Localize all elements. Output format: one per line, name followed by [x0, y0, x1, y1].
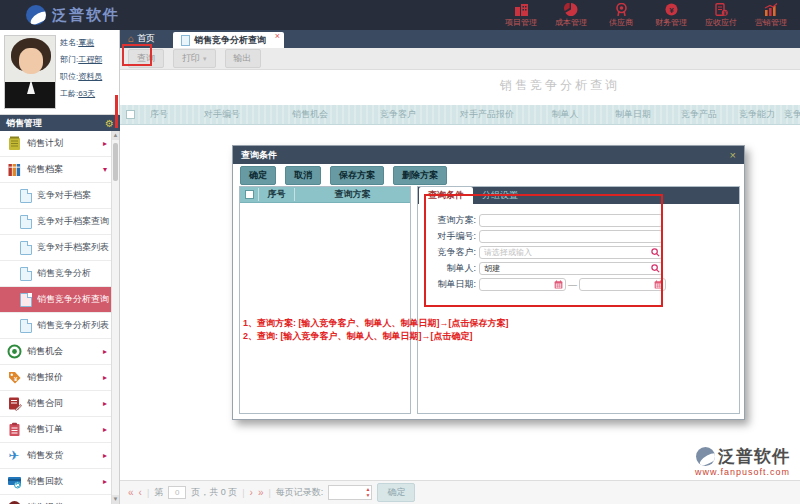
annotation-line: 2、查询: [输入竞争客户、制单人、制单日期]→[点击确定] [243, 330, 509, 343]
cancel-button[interactable]: 取消 [285, 166, 321, 185]
document-icon [20, 215, 32, 229]
search-icon[interactable] [651, 248, 660, 257]
document-icon [20, 319, 32, 333]
tab-group-setting[interactable]: 分组设置 [473, 187, 527, 204]
pagination-bar: « ‹ | 第 页，共 0 页 | › » | 每页记录数: ▲▼ 确定 [120, 480, 800, 504]
date-range-dash: — [568, 280, 577, 290]
competitor-number-input[interactable] [479, 230, 663, 243]
top-menu-project[interactable]: 项目管理 [498, 3, 544, 28]
sidebar-item-sales-archive[interactable]: 销售档案 ▾ [0, 157, 119, 183]
next-page-icon[interactable]: › [250, 487, 253, 498]
query-condition-panel: 查询条件 分组设置 查询方案: 对手编号: 竞争客户: 制单人: [417, 186, 740, 414]
spinner-icons[interactable]: ▲▼ [365, 486, 370, 498]
query-button[interactable]: 查询 [128, 49, 164, 68]
annotation-notes: 1、查询方案: [输入竞争客户、制单人、制单日期]→[点击保存方案] 2、查询:… [243, 317, 509, 343]
condition-tabs: 查询条件 分组设置 [418, 187, 739, 204]
sidebar-item-sales-return[interactable]: 销售退货 ▸ [0, 495, 119, 504]
column-header: 竞争客户 [354, 108, 442, 121]
sidebar-item-sales-quote[interactable]: ¥ 销售报价 ▸ [0, 365, 119, 391]
save-plan-button[interactable]: 保存方案 [330, 166, 384, 185]
scroll-down-icon[interactable]: ▼ [112, 495, 119, 504]
sidebar-menu: 销售计划 ▸ 销售档案 ▾ 竞争对手档案 竞争对手档案查询 竞争对手档案列表 销… [0, 131, 120, 504]
column-header: 制单人 [532, 108, 598, 121]
return-circle-icon [6, 500, 22, 504]
creator-input[interactable] [479, 262, 663, 275]
logo-swirl-icon [26, 5, 46, 25]
arrow-right-icon: ▸ [103, 347, 107, 356]
arrow-right-icon: ▸ [103, 399, 107, 408]
sidebar-item-sales-shipping[interactable]: ✈ 销售发货 ▸ [0, 443, 119, 469]
user-tenure: 工龄:63天 [60, 88, 102, 99]
print-button[interactable]: 打印▾ [173, 49, 216, 68]
column-header: 序号 [140, 108, 178, 121]
top-menu-cost[interactable]: 成本管理 [548, 3, 594, 28]
sidebar-item-competitor-archive[interactable]: 竞争对手档案 [0, 183, 119, 209]
arrow-right-icon: ▸ [103, 139, 107, 148]
sidebar-scrollbar[interactable]: ▲ ▼ [111, 131, 119, 504]
chart-growth-icon [764, 3, 778, 16]
competitor-customer-input[interactable] [479, 246, 663, 259]
date-to-input[interactable] [579, 278, 666, 291]
column-header: 竞争能力 [730, 108, 784, 121]
query-plan-input[interactable] [479, 214, 663, 227]
home-icon: ⌂ [128, 34, 134, 44]
last-page-icon[interactable]: » [258, 487, 264, 498]
document-icon [20, 293, 32, 307]
calendar-icon[interactable] [654, 280, 663, 289]
dialog-button-bar: 确定 取消 保存方案 删除方案 [233, 164, 744, 186]
tab-query-condition[interactable]: 查询条件 [419, 187, 473, 204]
tab-home[interactable]: ⌂ 首页 [120, 32, 163, 48]
dialog-header[interactable]: 查询条件 × [233, 146, 744, 164]
gear-icon[interactable]: ⚙ [105, 118, 114, 129]
clipboard-icon [6, 422, 22, 438]
svg-text:¥: ¥ [723, 9, 726, 15]
chevron-down-icon: ▾ [203, 55, 207, 63]
sidebar-item-competitor-archive-list[interactable]: 竞争对手档案列表 [0, 235, 119, 261]
pie-chart-icon [564, 3, 578, 16]
notebook-icon [6, 136, 22, 152]
ok-button[interactable]: 确定 [240, 166, 276, 185]
page-number-input[interactable] [168, 486, 186, 499]
document-icon [20, 241, 32, 255]
delete-plan-button[interactable]: 删除方案 [393, 166, 447, 185]
date-from-input[interactable] [479, 278, 566, 291]
page-total-label: 页，共 0 页 [191, 486, 237, 499]
close-icon[interactable]: × [275, 32, 280, 41]
sidebar-item-sales-opportunity[interactable]: 销售机会 ▸ [0, 339, 119, 365]
scrollbar-thumb[interactable] [113, 143, 118, 181]
sidebar-item-sales-order[interactable]: 销售订单 ▸ [0, 417, 119, 443]
column-header: 序号 [258, 188, 294, 201]
top-menu-supplier[interactable]: 供应商 [598, 3, 644, 28]
sidebar-item-sales-plan[interactable]: 销售计划 ▸ [0, 131, 119, 157]
sidebar-item-sales-competition-analysis-query[interactable]: 销售竞争分析查询 [0, 287, 119, 313]
top-menu-finance[interactable]: ¥ 财务管理 [648, 3, 694, 28]
scroll-up-icon[interactable]: ▲ [112, 131, 119, 140]
tab-sales-competition-analysis-query[interactable]: 销售竞争分析查询 × [173, 32, 284, 48]
top-menu-payable[interactable]: ¥ 应收应付 [698, 3, 744, 28]
per-page-label: 每页记录数: [276, 486, 324, 499]
search-icon[interactable] [651, 264, 660, 273]
sidebar-item-sales-competition-analysis[interactable]: 销售竞争分析 [0, 261, 119, 287]
prev-page-icon[interactable]: ‹ [139, 487, 142, 498]
select-all-checkbox[interactable] [126, 110, 135, 119]
footer-url: www.fanpusoft.com [695, 467, 790, 477]
sidebar-item-competitor-archive-query[interactable]: 竞争对手档案查询 [0, 209, 119, 235]
sidebar-item-sales-payment-return[interactable]: 销售回款 ▸ [0, 469, 119, 495]
logo-text: 泛普软件 [52, 6, 120, 25]
top-menu-marketing[interactable]: 营销管理 [748, 3, 794, 28]
footer-swirl-icon [696, 447, 715, 466]
sidebar-item-sales-contract[interactable]: 销售合同 ▸ [0, 391, 119, 417]
export-button[interactable]: 输出 [225, 49, 261, 68]
pagination-confirm-button[interactable]: 确定 [377, 483, 415, 502]
plan-select-all-checkbox[interactable] [245, 190, 254, 199]
sidebar-header: 销售管理 ⚙ [0, 115, 120, 131]
price-tag-icon: ¥ [6, 370, 22, 386]
first-page-icon[interactable]: « [128, 487, 134, 498]
page-title: 销售竞争分析查询 [480, 77, 640, 94]
sidebar-item-sales-competition-analysis-list[interactable]: 销售竞争分析列表 [0, 313, 119, 339]
svg-text:¥: ¥ [669, 5, 674, 14]
close-icon[interactable]: × [730, 150, 736, 161]
tab-bar: ⌂ 首页 销售竞争分析查询 × [120, 30, 800, 48]
plane-icon: ✈ [6, 448, 22, 464]
calendar-icon[interactable] [554, 280, 563, 289]
